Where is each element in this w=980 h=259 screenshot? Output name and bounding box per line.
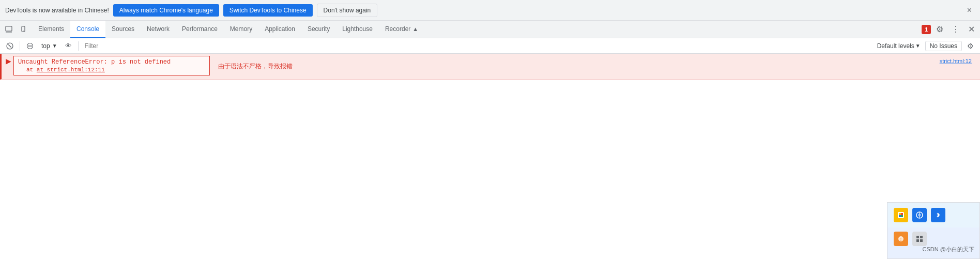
switch-devtools-button[interactable]: Switch DevTools to Chinese bbox=[223, 4, 313, 17]
taskbar-icon-network bbox=[912, 208, 927, 222]
svg-rect-0 bbox=[6, 26, 12, 31]
inspect-icon-button[interactable] bbox=[2, 24, 16, 35]
console-toolbar: top ▼ 👁 Default levels ▼ No Issues ⚙ bbox=[0, 38, 980, 54]
top-label: top bbox=[41, 42, 50, 50]
tab-lighthouse[interactable]: Lighthouse bbox=[336, 21, 379, 38]
default-levels-button[interactable]: Default levels ▼ bbox=[875, 41, 923, 51]
error-chinese-text: 由于语法不严格，导致报错 bbox=[210, 58, 301, 75]
tab-memory[interactable]: Memory bbox=[224, 21, 258, 38]
error-triangle-icon: ▶ bbox=[6, 57, 11, 65]
eye-button[interactable]: 👁 bbox=[62, 40, 75, 52]
error-text-block: Uncaught ReferenceError: p is not define… bbox=[13, 56, 210, 75]
top-context-selector[interactable]: top ▼ bbox=[39, 41, 60, 51]
svg-line-5 bbox=[8, 44, 11, 48]
error-source-link[interactable]: strict.html:12 bbox=[940, 56, 976, 64]
tab-recorder[interactable]: Recorder ▲ bbox=[379, 21, 424, 38]
svg-rect-12 bbox=[901, 213, 903, 215]
svg-rect-10 bbox=[901, 215, 903, 217]
console-content: ▶ Uncaught ReferenceError: p is not defi… bbox=[0, 54, 980, 259]
taskbar-icon-file bbox=[894, 208, 908, 222]
levels-dropdown-icon: ▼ bbox=[915, 43, 921, 49]
devtools-panel: DevTools is now available in Chinese! Al… bbox=[0, 0, 980, 259]
tab-console[interactable]: Console bbox=[70, 21, 105, 38]
tab-performance[interactable]: Performance bbox=[176, 21, 224, 38]
csdn-watermark: CSDN @小白的天下 bbox=[923, 246, 974, 253]
svg-rect-17 bbox=[916, 236, 919, 238]
taskbar-icon-grid bbox=[912, 232, 927, 246]
notification-close-button[interactable]: × bbox=[964, 5, 975, 16]
console-settings-button[interactable]: ⚙ bbox=[964, 40, 977, 52]
close-devtools-button[interactable]: ✕ bbox=[965, 22, 978, 36]
error-main-text: Uncaught ReferenceError: p is not define… bbox=[18, 58, 205, 66]
taskbar-icon-bluetooth bbox=[931, 208, 945, 222]
svg-rect-19 bbox=[916, 239, 919, 242]
clear-console-button[interactable] bbox=[3, 40, 17, 52]
device-toolbar-button[interactable] bbox=[17, 24, 30, 35]
more-options-button[interactable]: ⋮ bbox=[948, 22, 963, 36]
filter-input[interactable] bbox=[82, 41, 872, 51]
tab-sources[interactable]: Sources bbox=[105, 21, 141, 38]
taskbar-preview: ↕ CSDN @小白的天下 bbox=[887, 202, 980, 259]
no-issues-button[interactable]: No Issues bbox=[925, 41, 962, 51]
svg-point-3 bbox=[23, 31, 23, 31]
svg-rect-18 bbox=[920, 236, 923, 238]
toolbar-right: Default levels ▼ No Issues ⚙ bbox=[875, 40, 977, 52]
notification-text: DevTools is now available in Chinese! bbox=[5, 7, 109, 14]
tab-application[interactable]: Application bbox=[258, 21, 301, 38]
no-entry-button[interactable] bbox=[23, 40, 37, 52]
taskbar-icon-orange: ↕ bbox=[894, 232, 908, 246]
svg-rect-9 bbox=[899, 213, 901, 215]
separator2 bbox=[78, 41, 79, 51]
tab-bar-left-icons bbox=[2, 24, 30, 35]
dropdown-arrow-icon: ▼ bbox=[52, 43, 57, 49]
taskbar-icons-row bbox=[887, 203, 979, 227]
tab-network[interactable]: Network bbox=[141, 21, 176, 38]
separator bbox=[20, 41, 20, 51]
tab-elements[interactable]: Elements bbox=[32, 21, 70, 38]
tab-bar-right: 1 ⚙ ⋮ ✕ bbox=[922, 22, 978, 36]
error-badge: 1 bbox=[922, 25, 931, 34]
svg-rect-20 bbox=[920, 239, 923, 242]
error-sub-text: at at strict.html:12:11 bbox=[18, 67, 205, 73]
dont-show-again-button[interactable]: Don't show again bbox=[317, 4, 378, 17]
recorder-icon: ▲ bbox=[412, 26, 418, 32]
tab-security[interactable]: Security bbox=[301, 21, 336, 38]
error-link[interactable]: at strict.html:12:11 bbox=[37, 67, 105, 73]
error-row: ▶ Uncaught ReferenceError: p is not defi… bbox=[0, 54, 980, 80]
always-match-button[interactable]: Always match Chrome's language bbox=[113, 4, 219, 17]
tab-bar: Elements Console Sources Network Perform… bbox=[0, 21, 980, 38]
notification-bar: DevTools is now available in Chinese! Al… bbox=[0, 0, 980, 21]
settings-button[interactable]: ⚙ bbox=[933, 22, 946, 36]
svg-text:↕: ↕ bbox=[900, 237, 902, 242]
svg-rect-11 bbox=[899, 215, 901, 217]
